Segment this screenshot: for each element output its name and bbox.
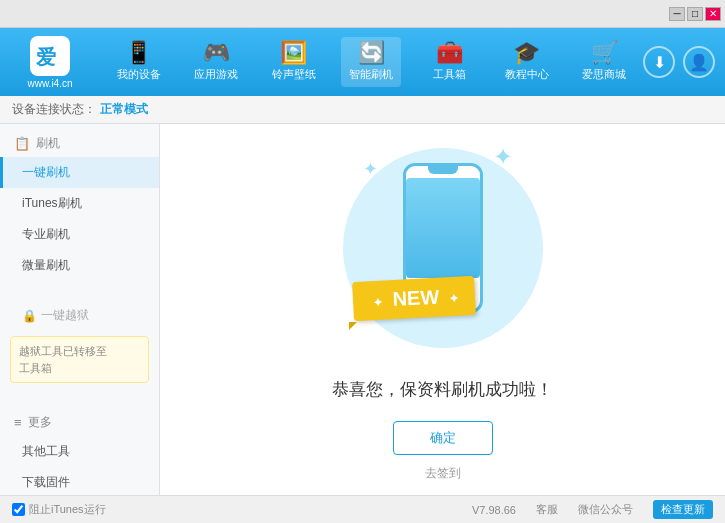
nav-item-apps-games[interactable]: 🎮 应用游戏 — [186, 37, 246, 87]
footer-right: V7.98.66 客服 微信公众号 检查更新 — [472, 500, 713, 519]
more-icon: ≡ — [14, 415, 22, 430]
download-button[interactable]: ⬇ — [643, 46, 675, 78]
tutorial-icon: 🎓 — [513, 42, 540, 64]
nav-item-mall[interactable]: 🛒 爱思商城 — [574, 37, 634, 87]
goto-daily-link[interactable]: 去签到 — [425, 465, 461, 482]
phone-notch — [428, 166, 458, 174]
maximize-button[interactable]: □ — [687, 7, 703, 21]
nav-item-toolbox[interactable]: 🧰 工具箱 — [419, 37, 479, 87]
sidebar-item-other-tools[interactable]: 其他工具 — [0, 436, 159, 467]
nav-bar: 爱 www.i4.cn 📱 我的设备 🎮 应用游戏 🖼️ 铃声壁纸 🔄 智能刷机 — [0, 28, 725, 96]
lock-icon: 🔒 — [22, 309, 37, 323]
minimize-button[interactable]: ─ — [669, 7, 685, 21]
my-device-icon: 📱 — [125, 42, 152, 64]
more-section-label: 更多 — [28, 414, 52, 431]
close-button[interactable]: ✕ — [705, 7, 721, 21]
jailbreak-info-text: 越狱工具已转移至工具箱 — [19, 345, 107, 374]
nav-item-my-device[interactable]: 📱 我的设备 — [109, 37, 169, 87]
nav-item-smart-flash[interactable]: 🔄 智能刷机 — [341, 37, 401, 87]
more-section: ≡ 更多 其他工具 下载固件 高级功能 — [0, 403, 159, 495]
logo-url: www.i4.cn — [27, 78, 72, 89]
footer: 阻止iTunes运行 V7.98.66 客服 微信公众号 检查更新 — [0, 495, 725, 523]
sidebar-item-micro-flash[interactable]: 微量刷机 — [0, 250, 159, 281]
sidebar-item-download-firmware[interactable]: 下载固件 — [0, 467, 159, 495]
more-section-header: ≡ 更多 — [0, 409, 159, 436]
sidebar-item-pro-flash[interactable]: 专业刷机 — [0, 219, 159, 250]
one-key-flash-label: 一键刷机 — [22, 165, 70, 179]
nav-items: 📱 我的设备 🎮 应用游戏 🖼️ 铃声壁纸 🔄 智能刷机 🧰 工具箱 🎓 — [100, 37, 643, 87]
app-container: 爱 www.i4.cn 📱 我的设备 🎮 应用游戏 🖼️ 铃声壁纸 🔄 智能刷机 — [0, 28, 725, 523]
smart-flash-icon: 🔄 — [358, 42, 385, 64]
micro-flash-label: 微量刷机 — [22, 258, 70, 272]
status-label: 设备连接状态： — [12, 101, 96, 118]
apps-games-icon: 🎮 — [203, 42, 230, 64]
mall-icon: 🛒 — [591, 42, 618, 64]
flash-section-header: 📋 刷机 — [0, 130, 159, 157]
jailbreak-label: 一键越狱 — [41, 307, 89, 324]
itunes-flash-label: iTunes刷机 — [22, 196, 82, 210]
phone-screen — [406, 178, 480, 278]
nav-right: ⬇ 👤 — [643, 46, 715, 78]
flash-section: 📋 刷机 一键刷机 iTunes刷机 专业刷机 微量刷机 — [0, 124, 159, 287]
status-value: 正常模式 — [100, 101, 148, 118]
logo-icon: 爱 — [30, 36, 70, 76]
ringtone-label: 铃声壁纸 — [272, 67, 316, 82]
stop-itunes-checkbox[interactable] — [12, 503, 25, 516]
tutorial-label: 教程中心 — [505, 67, 549, 82]
phone-illustration: ✦ ✦ NEW — [343, 138, 543, 358]
nav-item-ringtone[interactable]: 🖼️ 铃声壁纸 — [264, 37, 324, 87]
mall-label: 爱思商城 — [582, 67, 626, 82]
success-text: 恭喜您，保资料刷机成功啦！ — [332, 378, 553, 401]
jailbreak-section: 🔒 一键越狱 越狱工具已转移至工具箱 — [0, 295, 159, 395]
smart-flash-label: 智能刷机 — [349, 67, 393, 82]
sidebar-item-itunes-flash[interactable]: iTunes刷机 — [0, 188, 159, 219]
sparkle-top-right: ✦ — [493, 143, 513, 171]
confirm-button[interactable]: 确定 — [393, 421, 493, 455]
logo-area[interactable]: 爱 www.i4.cn — [10, 36, 90, 89]
nav-item-tutorial[interactable]: 🎓 教程中心 — [497, 37, 557, 87]
my-device-label: 我的设备 — [117, 67, 161, 82]
content-area: 📋 刷机 一键刷机 iTunes刷机 专业刷机 微量刷机 — [0, 124, 725, 495]
toolbox-label: 工具箱 — [433, 67, 466, 82]
title-bar: ─ □ ✕ — [0, 0, 725, 28]
flash-section-label: 刷机 — [36, 135, 60, 152]
pro-flash-label: 专业刷机 — [22, 227, 70, 241]
footer-left: 阻止iTunes运行 — [12, 502, 106, 517]
other-tools-label: 其他工具 — [22, 444, 70, 458]
download-firmware-label: 下载固件 — [22, 475, 70, 489]
flash-icon: 📋 — [14, 136, 30, 151]
sidebar: 📋 刷机 一键刷机 iTunes刷机 专业刷机 微量刷机 — [0, 124, 160, 495]
jailbreak-header: 🔒 一键越狱 — [0, 301, 159, 330]
sparkle-top-left: ✦ — [363, 158, 378, 180]
status-bar: 设备连接状态： 正常模式 — [0, 96, 725, 124]
version-text: V7.98.66 — [472, 504, 516, 516]
user-button[interactable]: 👤 — [683, 46, 715, 78]
svg-text:爱: 爱 — [36, 46, 56, 68]
check-update-button[interactable]: 检查更新 — [653, 500, 713, 519]
apps-games-label: 应用游戏 — [194, 67, 238, 82]
sidebar-item-one-key-flash[interactable]: 一键刷机 — [0, 157, 159, 188]
new-ribbon: NEW — [352, 275, 476, 320]
stop-itunes-label: 阻止iTunes运行 — [29, 502, 106, 517]
ribbon-triangle — [349, 322, 357, 330]
window-controls: ─ □ ✕ — [669, 7, 721, 21]
jailbreak-info: 越狱工具已转移至工具箱 — [10, 336, 149, 383]
new-badge-text: NEW — [391, 285, 439, 309]
main-panel: ✦ ✦ NEW 恭喜您，保资料刷机成功啦！ 确定 去签到 — [160, 124, 725, 495]
service-link[interactable]: 客服 — [536, 502, 558, 517]
ringtone-icon: 🖼️ — [280, 42, 307, 64]
toolbox-icon: 🧰 — [436, 42, 463, 64]
wechat-link[interactable]: 微信公众号 — [578, 502, 633, 517]
